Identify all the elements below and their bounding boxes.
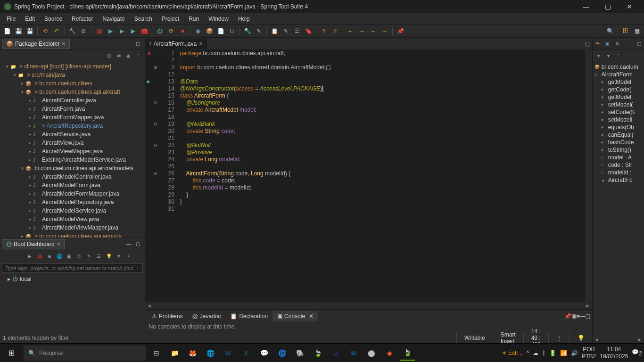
overview-ruler[interactable] <box>586 50 592 302</box>
outline-node[interactable]: ●getCode( <box>593 86 644 93</box>
bookmark-button[interactable]: 🔖 <box>303 26 314 36</box>
tree-node[interactable]: ▸JAircraftModelController.java <box>0 173 145 181</box>
close-tab-icon[interactable]: ✕ <box>199 41 203 46</box>
menu-window[interactable]: Window <box>204 14 233 24</box>
tree-node[interactable]: ▸JAircraftModelFormMapper.java <box>0 189 145 198</box>
quick-access-button[interactable]: 🔍 <box>605 26 615 36</box>
status-tip-icon[interactable]: 💡 <box>570 332 592 343</box>
menu-refactor[interactable]: Refactor <box>67 14 98 24</box>
edge-app[interactable]: 🌀 <box>274 346 289 361</box>
outline-node[interactable]: ●setModelI <box>593 116 644 123</box>
link-editor-button[interactable]: ⇄ <box>115 51 123 60</box>
package-explorer-tab[interactable]: 📦 Package Explorer ✕ <box>2 39 70 49</box>
outline-menu-button[interactable]: ⋮ <box>614 51 623 60</box>
outline-sort-button[interactable]: ☰ <box>594 39 602 49</box>
maximize-editor-button[interactable]: ▢ <box>583 41 592 47</box>
minimize-view-button[interactable]: — <box>124 39 133 49</box>
tree-node[interactable]: ▸JAircraftView.java <box>0 139 145 147</box>
search-button[interactable]: 🔦 <box>242 26 253 36</box>
notifications-button[interactable]: 💬2 <box>632 349 642 357</box>
relaunch-button[interactable]: ⟳ <box>166 26 176 36</box>
minimize-bootdash-button[interactable]: — <box>124 239 133 249</box>
taskbar-search[interactable]: 🔍 Pesquisar <box>24 346 146 361</box>
firefox-app[interactable]: 🦊 <box>185 346 200 361</box>
minimize-console-button[interactable]: — <box>579 313 585 320</box>
bd-debug-button[interactable]: 🐞 <box>35 252 44 260</box>
outline-node[interactable]: ○modelId : <box>593 169 644 176</box>
outline-node[interactable]: ●getModel <box>593 78 644 86</box>
wand-button[interactable]: ✎ <box>254 26 264 36</box>
forward-button[interactable]: → <box>357 26 367 36</box>
outline-node[interactable]: ○code : Str <box>593 161 644 169</box>
bd-props-button[interactable]: ☰ <box>95 252 103 260</box>
next-annotation-button[interactable]: → <box>380 26 390 36</box>
outline-node[interactable]: 📦br.com.caelum <box>593 63 644 71</box>
tree-node[interactable]: ▾📁> clines-api [boot] [clines-api master… <box>0 62 145 71</box>
pin-button[interactable]: 📌 <box>395 26 405 36</box>
menu-search[interactable]: Search <box>130 14 157 24</box>
menu-file[interactable]: File <box>2 14 20 24</box>
bootdash-filter-input[interactable] <box>2 263 143 273</box>
bd-menu-button[interactable]: ⋮ <box>134 252 143 260</box>
tree-node[interactable]: ▸J> AircraftRepository.java <box>0 122 145 130</box>
explorer-app[interactable]: 📁 <box>167 346 182 361</box>
scroll-right-icon[interactable]: ► <box>637 337 642 342</box>
console-display-button[interactable]: ▣ <box>571 313 577 320</box>
start-button[interactable]: ⊞ <box>2 346 21 361</box>
whatsapp-app[interactable]: 💬 <box>256 346 272 361</box>
obs-app[interactable]: ⬤ <box>364 346 379 361</box>
outline-tree[interactable]: 📦br.com.caelumCAircraftForm●getModel●get… <box>593 61 644 336</box>
tree-node[interactable]: ▸JAircraftService.java <box>0 130 145 139</box>
spring-app[interactable]: 🍃 <box>310 346 325 361</box>
battery-icon[interactable]: 🔋 <box>549 350 556 356</box>
wifi-icon[interactable]: 📶 <box>560 350 567 356</box>
onedrive-icon[interactable]: ☁ <box>533 350 538 356</box>
scroll-right-icon[interactable]: ► <box>586 303 590 308</box>
coverage-button[interactable]: ▶ <box>116 26 127 36</box>
minimize-button[interactable]: — <box>575 0 597 13</box>
tree-node[interactable]: ▸📦> br.com.caelum.clines <box>0 79 145 88</box>
maximize-button[interactable]: ▢ <box>597 0 619 13</box>
bd-edit-button[interactable]: ✎ <box>85 252 93 260</box>
ext-tools-button[interactable]: 🧰 <box>139 26 149 36</box>
outline-node[interactable]: ○model : A <box>593 154 644 161</box>
editor-horizontal-scrollbar[interactable]: ◄ ► <box>145 302 592 309</box>
outline-close-button[interactable]: ✕ <box>613 39 621 49</box>
tree-node[interactable]: ▸JAircraftViewMapper.java <box>0 147 145 156</box>
tree-node[interactable]: ▾📁> src/main/java <box>0 71 145 79</box>
bootdash-local-node[interactable]: ▸ ⏻ local <box>0 275 145 283</box>
bluetooth-icon[interactable]: ᛒ <box>542 350 545 356</box>
vscode-app[interactable]: ⧉ <box>346 346 361 361</box>
task-view-button[interactable]: ⊟ <box>149 346 164 361</box>
maximize-console-button[interactable]: ▢ <box>585 313 590 320</box>
back-button[interactable]: ← <box>346 26 356 36</box>
minimize-outline-button[interactable]: — <box>625 39 633 49</box>
debug-button[interactable]: 🐞 <box>94 26 104 36</box>
new-button[interactable]: 📄 <box>2 26 12 36</box>
view-tab-problems[interactable]: ⚠Problems <box>147 311 188 321</box>
view-menu-button[interactable]: ⋮ <box>134 51 143 60</box>
status-menu[interactable]: ⋮ <box>548 332 570 343</box>
close-button[interactable]: ✕ <box>619 0 640 13</box>
outline-node[interactable]: ●setCode(S <box>593 108 644 116</box>
bd-refresh-button[interactable]: ⟳ <box>75 252 83 260</box>
focus-task-button[interactable]: ◉ <box>124 51 133 60</box>
stop-button[interactable]: ■ <box>177 26 188 36</box>
chrome-app[interactable]: 🌐 <box>203 346 218 361</box>
collapse-all-button[interactable]: ⊟ <box>105 51 113 60</box>
bd-start-button[interactable]: ▶ <box>25 252 34 260</box>
console-pin-button[interactable]: 📌 <box>564 313 571 320</box>
sts-app[interactable]: 🍃 <box>400 346 415 361</box>
outline-node[interactable]: CAircraftForm <box>593 71 644 78</box>
tree-node[interactable]: ▸JAircraftFormMapper.java <box>0 113 145 122</box>
tree-node[interactable]: ▸JAircraftModelView.java <box>0 215 145 223</box>
next-edit-button[interactable]: ↱ <box>330 26 340 36</box>
scroll-left-icon[interactable]: ◄ <box>147 303 152 308</box>
run-button[interactable]: ▶ <box>105 26 116 36</box>
tree-node[interactable]: ▾📦> br.com.caelum.clines.api.aircraft <box>0 88 145 96</box>
word-app[interactable]: W <box>221 346 236 361</box>
menu-help[interactable]: Help <box>233 14 255 24</box>
outline-node[interactable]: ●hashCode <box>593 139 644 146</box>
close-view-icon[interactable]: ✕ <box>62 41 66 46</box>
excel-app[interactable]: X <box>239 346 254 361</box>
